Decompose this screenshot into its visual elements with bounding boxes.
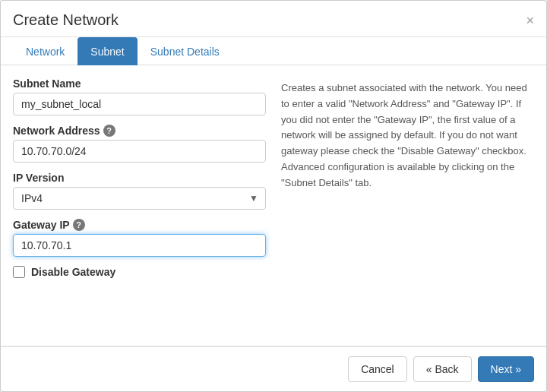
network-address-group: Network Address ?	[13, 125, 266, 163]
modal-body: Subnet Name Network Address ? IP Version…	[1, 65, 546, 346]
close-icon[interactable]: ×	[526, 14, 534, 27]
modal-footer: Cancel « Back Next »	[1, 346, 546, 391]
create-network-modal: Create Network × Network Subnet Subnet D…	[0, 0, 547, 392]
form-section: Subnet Name Network Address ? IP Version…	[13, 77, 266, 334]
gateway-ip-group: Gateway IP ?	[13, 219, 266, 257]
modal-title: Create Network	[13, 11, 119, 29]
info-section: Creates a subnet associated with the net…	[281, 77, 534, 334]
modal-tabs: Network Subnet Subnet Details	[1, 37, 546, 65]
network-address-help-icon[interactable]: ?	[103, 125, 115, 137]
disable-gateway-group: Disable Gateway	[13, 266, 266, 278]
subnet-name-label: Subnet Name	[13, 77, 266, 90]
back-button[interactable]: « Back	[413, 356, 472, 382]
ip-version-group: IP Version IPv4 IPv6 ▼	[13, 172, 266, 210]
ip-version-select-wrapper: IPv4 IPv6 ▼	[13, 187, 266, 210]
gateway-ip-help-icon[interactable]: ?	[73, 219, 85, 231]
tab-subnet-details[interactable]: Subnet Details	[138, 37, 232, 65]
network-address-label: Network Address ?	[13, 125, 266, 137]
network-address-input[interactable]	[13, 140, 266, 163]
ip-version-select[interactable]: IPv4 IPv6	[13, 187, 266, 210]
tab-network[interactable]: Network	[13, 37, 77, 65]
disable-gateway-label[interactable]: Disable Gateway	[31, 266, 115, 278]
modal-header: Create Network ×	[1, 1, 546, 37]
disable-gateway-checkbox[interactable]	[13, 266, 25, 278]
next-button[interactable]: Next »	[478, 356, 534, 382]
tab-subnet[interactable]: Subnet	[77, 37, 137, 65]
info-text: Creates a subnet associated with the net…	[281, 81, 534, 191]
gateway-ip-label: Gateway IP ?	[13, 219, 266, 231]
gateway-ip-input[interactable]	[13, 234, 266, 257]
subnet-name-group: Subnet Name	[13, 77, 266, 115]
subnet-name-input[interactable]	[13, 93, 266, 115]
ip-version-label: IP Version	[13, 172, 266, 184]
cancel-button[interactable]: Cancel	[348, 356, 407, 382]
